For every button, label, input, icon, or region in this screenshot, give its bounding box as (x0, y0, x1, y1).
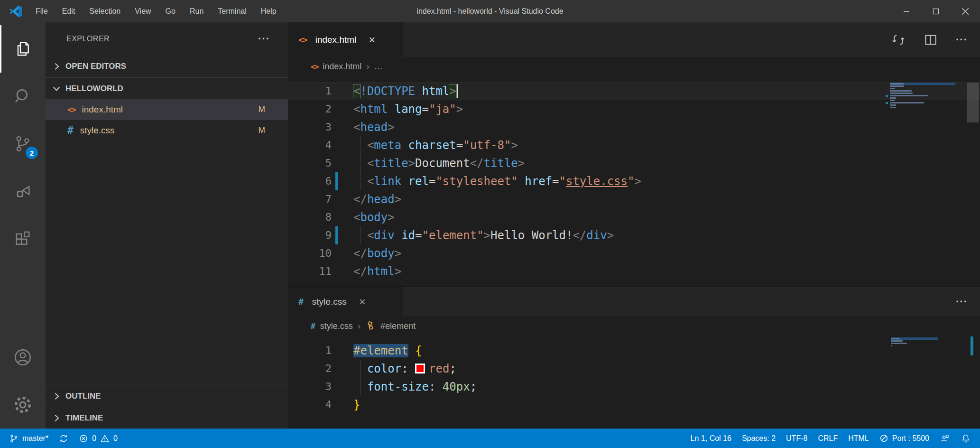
scrollbar[interactable] (967, 83, 979, 122)
code-text: <body> (332, 208, 395, 226)
menu-terminal[interactable]: Terminal (211, 0, 253, 22)
code-line-11[interactable]: 11</html> (288, 262, 980, 280)
indent-guide (360, 360, 361, 378)
split-editor-icon[interactable] (924, 33, 938, 47)
indentation[interactable]: Spaces: 2 (737, 429, 781, 448)
problems-status[interactable]: 0 0 (74, 429, 123, 448)
activitybar-extensions[interactable] (0, 215, 46, 262)
code-line-1[interactable]: 1#element { (288, 342, 980, 360)
more-actions-icon[interactable]: ··· (956, 299, 968, 304)
chevron-right-icon (51, 391, 62, 401)
code-line-9[interactable]: 9 <div id="element">Hello World!</div> (288, 226, 980, 244)
eol[interactable]: CRLF (813, 429, 843, 448)
minimap[interactable] (891, 337, 938, 347)
sync-button[interactable] (54, 429, 74, 448)
code-line-4[interactable]: 4} (288, 396, 980, 414)
code-line-10[interactable]: 10</body> (288, 244, 980, 262)
menu-selection[interactable]: Selection (82, 0, 128, 22)
account-icon (13, 347, 33, 367)
indent-guide (360, 378, 361, 396)
code-text: <div id="element">Hello World!</div> (332, 226, 614, 244)
editor-area: <> index.html × ··· (288, 22, 980, 429)
code-line-3[interactable]: 3 font-size: 40px; (288, 378, 980, 396)
notifications-button[interactable] (955, 429, 976, 448)
title-bar: FileEditSelectionViewGoRunTerminalHelp i… (0, 0, 980, 22)
code-line-5[interactable]: 5 <title>Document</title> (288, 154, 980, 172)
code-text: </body> (332, 244, 401, 262)
breadcrumb-file[interactable]: index.html (323, 62, 361, 72)
maximize-button[interactable] (921, 0, 951, 22)
code-line-7[interactable]: 7</head> (288, 190, 980, 208)
html-file-icon: <> (67, 105, 75, 114)
menu-help[interactable]: Help (254, 0, 284, 22)
close-tab-icon[interactable]: × (369, 34, 375, 46)
minimize-button[interactable] (892, 0, 921, 22)
code-text: <title>Document</title> (332, 154, 525, 172)
menu-edit[interactable]: Edit (55, 0, 83, 22)
code-text: <!DOCTYPE html> (332, 82, 458, 100)
code-text: </head> (332, 190, 401, 208)
activitybar-settings[interactable] (0, 381, 46, 429)
more-actions-icon[interactable]: ··· (956, 37, 968, 42)
breadcrumb-file[interactable]: style.css (320, 321, 353, 331)
code-line-6[interactable]: 6 <link rel="stylesheet" href="style.css… (288, 172, 980, 190)
encoding[interactable]: UTF-8 (781, 429, 813, 448)
close-tab-icon[interactable]: × (359, 296, 366, 308)
breadcrumb-symbol[interactable]: #element (380, 321, 416, 331)
section-outline[interactable]: OUTLINE (46, 385, 288, 407)
sidebar-item-style-css[interactable]: #style.cssM (46, 120, 288, 141)
code-line-1[interactable]: 1<!DOCTYPE html> (288, 82, 980, 100)
activitybar-account[interactable] (0, 334, 46, 381)
language-mode[interactable]: HTML (843, 429, 874, 448)
css-file-icon: # (298, 297, 304, 307)
code-editor-css[interactable]: 1#element {2 color: red;3 font-size: 40p… (288, 336, 980, 429)
menu-go[interactable]: Go (158, 0, 183, 22)
code-line-2[interactable]: 2<html lang="ja"> (288, 100, 980, 118)
line-number: 2 (288, 100, 332, 118)
file-name: index.html (82, 104, 123, 115)
minimap[interactable] (890, 83, 955, 109)
extensions-icon (13, 229, 32, 248)
section-helloworld[interactable]: HELLOWORLD (46, 77, 288, 99)
feedback-icon (940, 433, 950, 444)
activitybar-source-control[interactable]: 2 (0, 120, 46, 168)
section-open-editors[interactable]: OPEN EDITORS (46, 56, 288, 77)
tab-style-css[interactable]: # style.css × (288, 287, 403, 317)
code-editor-html[interactable]: 1<!DOCTYPE html>2<html lang="ja">3<head>… (288, 76, 980, 286)
indent-guide (360, 154, 361, 172)
code-line-3[interactable]: 3<head> (288, 118, 980, 136)
line-number: 1 (288, 342, 332, 360)
editor-actions: ··· (891, 22, 968, 57)
tab-index-html[interactable]: <> index.html × (288, 22, 403, 57)
cursor-position[interactable]: Ln 1, Col 16 (685, 429, 737, 448)
menu-file[interactable]: File (28, 0, 55, 22)
code-line-2[interactable]: 2 color: red; (288, 360, 980, 378)
open-changes-icon[interactable] (891, 33, 906, 47)
branch-icon (9, 434, 18, 443)
code-line-4[interactable]: 4 <meta charset="utf-8"> (288, 136, 980, 154)
line-number: 10 (288, 244, 332, 262)
line-number: 3 (288, 118, 332, 136)
git-branch-status[interactable]: master* (4, 429, 54, 448)
tab-bar-bottom: # style.css × ··· (288, 287, 980, 317)
menu-run[interactable]: Run (183, 0, 211, 22)
code-line-8[interactable]: 8<body> (288, 208, 980, 226)
file-list: <>index.htmlM#style.cssM (46, 99, 288, 141)
activity-bar: 2 (0, 22, 46, 429)
sidebar-item-index-html[interactable]: <>index.htmlM (46, 99, 288, 120)
breadcrumb-symbol[interactable]: … (374, 62, 383, 72)
more-actions-icon[interactable]: ··· (258, 37, 270, 41)
close-button[interactable] (951, 0, 980, 22)
activitybar-search[interactable] (0, 73, 46, 120)
git-modified-badge: M (259, 126, 265, 135)
window-title: index.html - helloworld - Visual Studio … (416, 7, 563, 16)
menu-view[interactable]: View (128, 0, 158, 22)
section-timeline[interactable]: TIMELINE (46, 407, 288, 429)
sidebar-title: EXPLORER (66, 35, 110, 43)
activitybar-explorer[interactable] (0, 25, 46, 73)
live-server-port[interactable]: Port : 5500 (874, 429, 934, 448)
feedback-button[interactable] (934, 429, 955, 448)
html-file-icon: <> (298, 35, 307, 45)
activitybar-run-debug[interactable] (0, 168, 46, 215)
color-swatch[interactable] (415, 364, 425, 373)
